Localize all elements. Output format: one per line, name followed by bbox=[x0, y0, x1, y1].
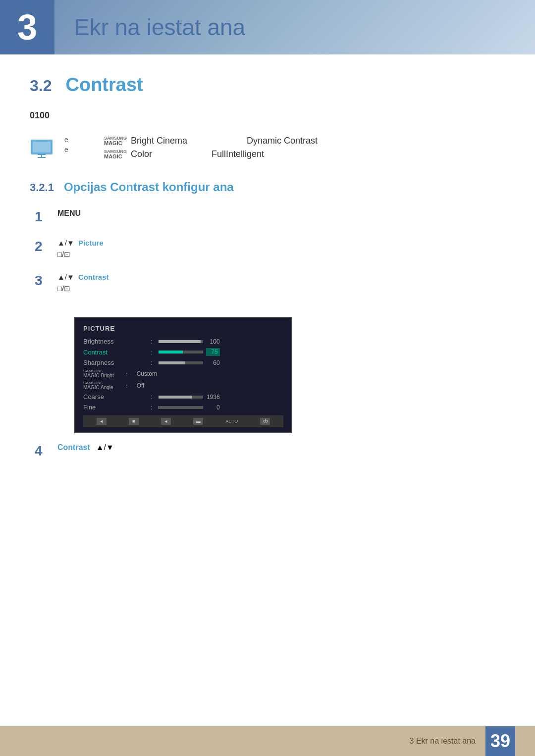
osd-item-coarse: Coarse : 1936 bbox=[83, 392, 283, 402]
step-3-icon-row: □/⊡ bbox=[57, 284, 109, 293]
osd-sharpness-label: Sharpness bbox=[83, 359, 148, 366]
step-2-content: ▲/▼ Picture □/⊡ bbox=[57, 239, 104, 259]
magic-row-1: SAMSUNG MAGIC Bright Cinema Dynamic Cont… bbox=[104, 136, 505, 146]
step-3-num: 3 bbox=[35, 273, 50, 289]
osd-contrast-label: Contrast bbox=[83, 349, 148, 356]
osd-btn-left[interactable]: ◄ bbox=[97, 418, 107, 425]
code-text: 0100 bbox=[30, 110, 505, 121]
osd-sharpness-slider: 60 bbox=[159, 359, 220, 366]
header-bar: 3 Ekr na iestat ana bbox=[0, 0, 535, 54]
section-title: 3.2 Contrast bbox=[30, 74, 505, 96]
osd-item-brightness: Brightness : 100 bbox=[83, 336, 283, 347]
full-intelligent-label: FullIntelligent bbox=[212, 149, 264, 159]
osd-title: PICTURE bbox=[83, 325, 283, 332]
info-text-col: e e bbox=[64, 136, 94, 153]
osd-brightness-label: Brightness bbox=[83, 338, 148, 345]
step-4: 4 Contrast ▲/▼ bbox=[35, 443, 505, 459]
osd-btn-minus[interactable]: ▬ bbox=[193, 418, 203, 425]
osd-item-contrast: Contrast : 75 bbox=[83, 347, 283, 357]
step-4-action: Contrast ▲/▼ bbox=[57, 443, 114, 452]
info-text-line2: e bbox=[64, 146, 94, 153]
step-2-icon-row: □/⊡ bbox=[57, 250, 104, 259]
footer: 3 Ekr na iestat ana 39 bbox=[0, 726, 535, 756]
dynamic-contrast-label: Dynamic Contrast bbox=[247, 136, 318, 146]
osd-item-magic-angle: SAMSUNG MAGIC Angle : Off bbox=[83, 380, 283, 392]
color-label: Color bbox=[131, 149, 152, 159]
osd-btn-enter[interactable]: ◄ bbox=[161, 418, 171, 425]
arrow-updown-icon-2: ▲/▼ bbox=[57, 239, 74, 247]
osd-btn-stop[interactable]: ■ bbox=[129, 418, 139, 425]
info-icon bbox=[30, 136, 54, 160]
osd-bottom-bar: ◄ ■ ◄ ▬ AUTO ⏻ bbox=[83, 415, 283, 427]
step-1-content: MENU bbox=[57, 209, 81, 218]
bright-cinema-label: Bright Cinema bbox=[131, 136, 187, 146]
osd-magic-angle-label: SAMSUNG MAGIC Angle bbox=[83, 381, 123, 390]
monitor-icon-2: □/⊡ bbox=[57, 250, 70, 259]
main-content: 3.2 Contrast 0100 e e SAMSUNG bbox=[0, 54, 535, 522]
arrow-updown-icon-3: ▲/▼ bbox=[57, 273, 74, 281]
step-4-arrow: ▲/▼ bbox=[96, 443, 114, 452]
osd-brightness-slider: 100 bbox=[159, 338, 220, 345]
step-2-destination: Picture bbox=[78, 239, 104, 247]
step-4-content: Contrast ▲/▼ bbox=[57, 443, 114, 452]
subsection-number: 3.2.1 bbox=[30, 181, 54, 194]
osd-magic-angle-val: Off bbox=[137, 382, 145, 389]
osd-magic-bright-label: SAMSUNG MAGIC Bright bbox=[83, 369, 123, 378]
osd-fine-label: Fine bbox=[83, 403, 148, 411]
osd-fine-slider: 0 bbox=[159, 404, 220, 411]
osd-item-sharpness: Sharpness : 60 bbox=[83, 357, 283, 368]
step-2: 2 ▲/▼ Picture □/⊡ bbox=[35, 239, 505, 259]
step-4-highlight: Contrast bbox=[57, 443, 90, 452]
step-2-num: 2 bbox=[35, 239, 50, 254]
osd-coarse-label: Coarse bbox=[83, 393, 148, 401]
step-1: 1 MENU bbox=[35, 209, 505, 225]
step-3-action: ▲/▼ Contrast bbox=[57, 273, 109, 281]
magic-label-1: SAMSUNG MAGIC bbox=[104, 136, 127, 146]
subsection-label: Opcijas Contrast konfigur ana bbox=[64, 180, 234, 194]
footer-text: 3 Ekr na iestat ana bbox=[410, 737, 476, 746]
info-text-line1: e bbox=[64, 136, 94, 144]
step-1-keyword: MENU bbox=[57, 209, 81, 218]
step-4-num: 4 bbox=[35, 443, 50, 459]
osd-contrast-slider: 75 bbox=[159, 348, 220, 356]
step-3-destination: Contrast bbox=[78, 273, 109, 281]
monitor-icon-3: □/⊡ bbox=[57, 284, 70, 293]
section-number: 3.2 bbox=[30, 77, 52, 95]
osd-screen: PICTURE Brightness : 100 Contrast : bbox=[74, 317, 292, 433]
magic-row-2: SAMSUNG MAGIC Color FullIntelligent bbox=[104, 149, 505, 159]
magic-text-2: MAGIC bbox=[104, 154, 127, 159]
magic-label-2: SAMSUNG MAGIC bbox=[104, 150, 127, 159]
section-label: Contrast bbox=[65, 74, 143, 96]
osd-magic-bright-val: Custom bbox=[137, 370, 157, 377]
step-3-content: ▲/▼ Contrast □/⊡ bbox=[57, 273, 109, 293]
info-row: e e SAMSUNG MAGIC Bright Cinema Dynamic … bbox=[30, 136, 505, 160]
subsection-title: 3.2.1 Opcijas Contrast konfigur ana bbox=[30, 180, 505, 194]
osd-item-magic-bright: SAMSUNG MAGIC Bright : Custom bbox=[83, 368, 283, 380]
chapter-num-box: 3 bbox=[0, 0, 54, 54]
footer-page-num: 39 bbox=[485, 726, 515, 756]
osd-coarse-slider: 1936 bbox=[159, 394, 220, 401]
magic-grid: SAMSUNG MAGIC Bright Cinema Dynamic Cont… bbox=[104, 136, 505, 159]
steps-container: 1 MENU 2 ▲/▼ Picture □/⊡ 3 ▲ bbox=[35, 209, 505, 459]
osd-container: PICTURE Brightness : 100 Contrast : bbox=[74, 317, 292, 433]
osd-auto-label: AUTO bbox=[225, 419, 238, 424]
step-3: 3 ▲/▼ Contrast □/⊡ bbox=[35, 273, 505, 293]
header-title: Ekr na iestat ana bbox=[74, 14, 245, 41]
osd-btn-power[interactable]: ⏻ bbox=[260, 418, 270, 425]
magic-text-1: MAGIC bbox=[104, 141, 127, 146]
step-2-action: ▲/▼ Picture bbox=[57, 239, 104, 247]
svg-rect-1 bbox=[33, 142, 51, 152]
osd-item-fine: Fine : 0 bbox=[83, 402, 283, 412]
step-1-num: 1 bbox=[35, 209, 50, 225]
chapter-number: 3 bbox=[17, 7, 37, 48]
